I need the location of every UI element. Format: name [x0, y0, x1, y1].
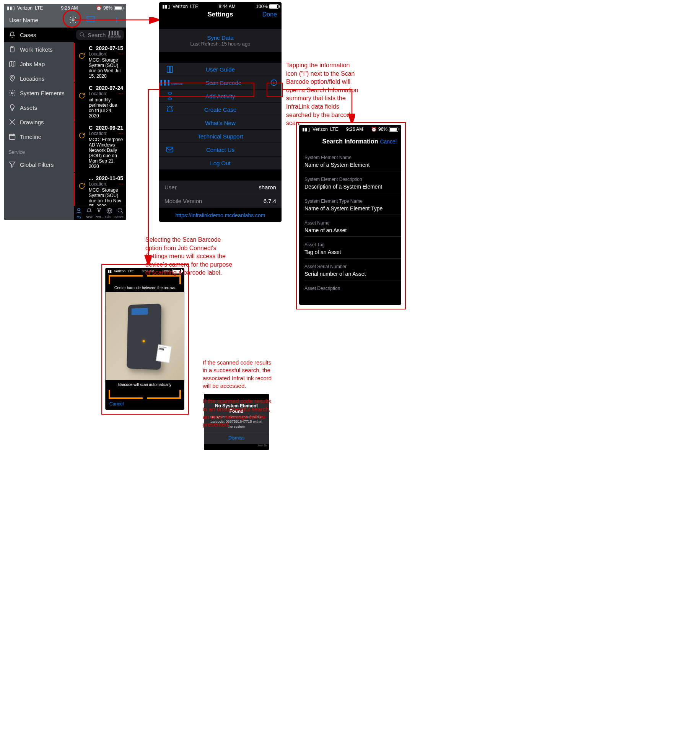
settings-item-label: What's New: [181, 120, 282, 126]
settings-item-label: Create Case: [181, 106, 282, 113]
info-icon[interactable]: [266, 79, 282, 86]
bottom-tab-new[interactable]: New: [84, 206, 94, 220]
sidebar-item-system-elements[interactable]: System Elements: [4, 86, 74, 100]
settings-item-what's-new[interactable]: What's New: [159, 116, 282, 129]
sync-data-button[interactable]: Sync Data Last Refresh: 15 hours ago: [159, 29, 282, 52]
phone-search-information: ▮▮▯ Verizon LTE 9:26 AM ⏰ 96% Search Inf…: [299, 125, 401, 305]
cancel-button[interactable]: Cancel: [106, 398, 184, 410]
sidebar-item-jobs-map[interactable]: Jobs Map: [4, 57, 74, 71]
sidebar-item-global-filters[interactable]: Global Filters: [4, 157, 74, 172]
tab-icon: [86, 207, 93, 214]
settings-title: Settings: [207, 11, 233, 18]
signal-bars-icon: ▮▮▯: [302, 127, 310, 132]
settings-item-label: User Guide: [181, 66, 282, 73]
settings-item-log-out[interactable]: Log Out: [159, 156, 282, 169]
tab-label: My: [77, 215, 81, 219]
svg-point-0: [72, 19, 74, 21]
sync-title: Sync Data: [207, 34, 233, 41]
settings-item-add-activity[interactable]: Add Activity: [159, 89, 282, 103]
search-info-title: Search Information: [322, 138, 378, 145]
case-description: MCO: Enterprise AD Windows Network Daily…: [89, 137, 123, 169]
sidebar-section-service: Service: [4, 144, 74, 157]
network: LTE: [128, 269, 134, 273]
case-card[interactable]: ...2020-11-05Location:⋯MCO: Storage Syst…: [74, 173, 126, 206]
field-label: Asset Name: [299, 215, 401, 227]
settings-item-label: Technical Support: [181, 133, 282, 140]
sidebar-item-locations[interactable]: Locations: [4, 71, 74, 86]
field-label: Asset Description: [299, 280, 401, 293]
sidebar-item-label: Assets: [20, 104, 37, 111]
settings-item-user-guide[interactable]: User Guide: [159, 63, 282, 76]
bottom-tab-glo[interactable]: Glo...: [104, 206, 114, 220]
dismiss-button[interactable]: Dismiss: [204, 432, 269, 444]
phone-settings: ▮▮▯ Verizon LTE 8:44 AM 100% Settings Do…: [159, 2, 282, 222]
barcode-icon[interactable]: ▌▌▌▌Barcode: [108, 31, 121, 38]
case-date: 2020-07-15: [96, 45, 123, 51]
sidebar-item-work-tickets[interactable]: Work Tickets: [4, 42, 74, 57]
sidebar-item-timeline[interactable]: Timeline: [4, 129, 74, 144]
case-card[interactable]: C2020-07-24Location:⋯cit monthly perimet…: [74, 83, 126, 122]
bulb-icon: [8, 104, 16, 111]
calendar-icon: [8, 133, 16, 140]
bottom-tab-my[interactable]: My: [74, 206, 84, 220]
settings-item-scan-barcode[interactable]: ▌▌▌▌BarcodeScan Barcode: [159, 76, 282, 89]
more-icon[interactable]: ⋯: [119, 51, 123, 57]
case-description: cit monthly perimeter due on fri jul 24,…: [89, 97, 123, 119]
more-icon[interactable]: ⋯: [119, 91, 123, 96]
battery-percent: 96%: [378, 127, 387, 132]
phone-nav-and-cases: ▮▮▯ Verizon LTE 9:25 AM ⏰ 96% User Name …: [4, 4, 126, 220]
field-label: System Element Type Name: [299, 193, 401, 205]
alarm-icon: ⏰: [371, 127, 377, 132]
sidebar-item-cases[interactable]: Cases: [4, 28, 74, 42]
clock: 8:44 AM: [219, 4, 236, 9]
more-icon[interactable]: ⋯: [119, 181, 123, 187]
gear-icon: [8, 89, 16, 97]
network: LTE: [190, 4, 198, 9]
done-button[interactable]: Done: [262, 11, 277, 18]
case-card[interactable]: C2020-09-21Location:⋯MCO: Enterprise AD …: [74, 122, 126, 172]
settings-item-label: Add Activity: [181, 93, 282, 99]
cancel-button[interactable]: Cancel: [380, 138, 397, 145]
search-icon: [79, 32, 85, 38]
case-description: MCO: Storage System (SOU) due on Thu Nov…: [89, 187, 123, 206]
svg-rect-7: [10, 134, 15, 139]
field-value: Tag of an Asset: [299, 249, 401, 258]
phone-barcode-camera: ▮▮ Verizon LTE 8:56 AM 100% Center barco…: [105, 268, 184, 410]
search-info-fields[interactable]: System Element NameName of a System Elem…: [299, 150, 401, 293]
server-url-link[interactable]: https://infralinkdemo.mcdeanlabs.com: [159, 208, 282, 222]
clock: 9:26 AM: [346, 127, 363, 132]
arrow-scanbarcode-to-camera: [145, 89, 160, 269]
signal-bars-icon: ▮▮▯: [162, 4, 170, 9]
search-bar[interactable]: Search ▌▌▌▌Barcode: [76, 30, 124, 40]
bottom-tab-pen[interactable]: Pen...: [94, 206, 104, 220]
tab-icon: [117, 207, 124, 214]
more-icon[interactable]: ⋯: [119, 131, 123, 136]
case-card[interactable]: C2020-07-15Location:⋯MCO: Storage System…: [74, 43, 126, 82]
settings-item-create-case[interactable]: Create Case: [159, 103, 282, 116]
field-label: Asset Serial Number: [299, 259, 401, 271]
user-row: User sharon: [159, 180, 282, 194]
sidebar-item-drawings[interactable]: Drawings: [4, 115, 74, 129]
battery-percent: 100%: [256, 4, 268, 9]
network: LTE: [35, 5, 43, 11]
settings-item-label: Log Out: [181, 160, 282, 166]
svg-point-6: [11, 92, 13, 94]
settings-item-contact-us[interactable]: Contact Us: [159, 143, 282, 156]
settings-item-technical-support[interactable]: Technical Support: [159, 129, 282, 143]
signal-bars-icon: ▮▮: [108, 269, 112, 273]
sidebar-item-label: Cases: [20, 32, 36, 38]
battery-icon: [389, 127, 398, 132]
field-label: System Element Description: [299, 171, 401, 184]
settings-header: Settings Done: [159, 11, 282, 18]
svg-point-10: [78, 208, 80, 211]
settings-item-label: Contact Us: [181, 146, 282, 153]
pin-icon: [8, 75, 16, 82]
viewfinder-bracket-bottom: [109, 390, 181, 397]
cases-list[interactable]: C2020-07-15Location:⋯MCO: Storage System…: [74, 42, 126, 206]
bottom-tab-searc[interactable]: Searc...: [114, 206, 126, 220]
sidebar-item-assets[interactable]: Assets: [4, 100, 74, 115]
alarm-icon: [159, 105, 181, 114]
settings-menu: User Guide▌▌▌▌BarcodeScan BarcodeAdd Act…: [159, 63, 282, 169]
case-description: MCO: Storage System (SOU) due on Wed Jul…: [89, 57, 123, 79]
sidebar-item-label: Jobs Map: [20, 61, 45, 67]
